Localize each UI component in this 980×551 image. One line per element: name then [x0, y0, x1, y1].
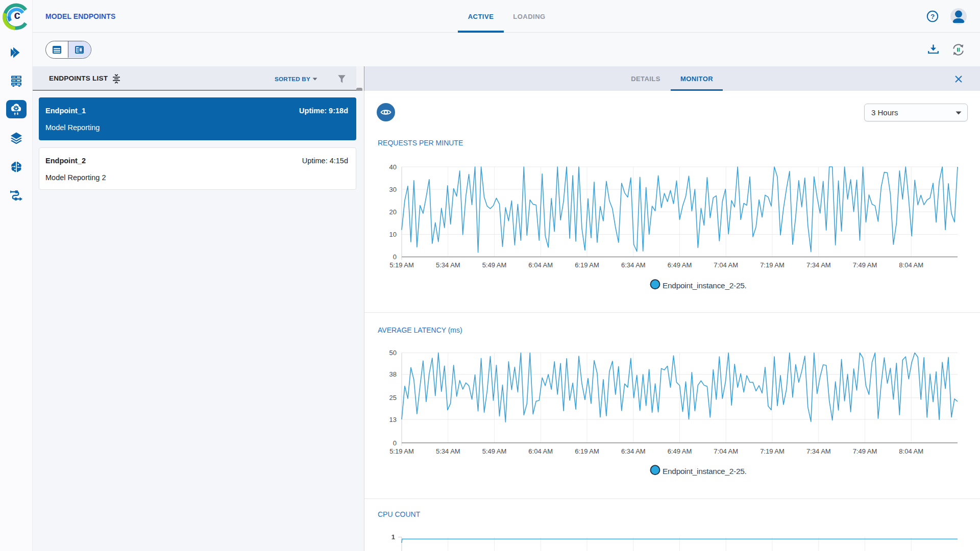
- svg-text:AVERAGE LATENCY (ms): AVERAGE LATENCY (ms): [378, 326, 462, 334]
- svg-text:Endpoint_instance_2-25.: Endpoint_instance_2-25.: [663, 467, 747, 475]
- svg-text:30: 30: [389, 186, 397, 193]
- svg-text:50: 50: [389, 349, 397, 357]
- svg-text:6:04 AM: 6:04 AM: [528, 261, 553, 269]
- svg-text:5:19 AM: 5:19 AM: [389, 261, 414, 269]
- svg-text:1: 1: [391, 533, 395, 541]
- svg-text:5:49 AM: 5:49 AM: [482, 261, 507, 269]
- svg-text:38: 38: [389, 370, 397, 378]
- svg-text:6:34 AM: 6:34 AM: [621, 447, 646, 455]
- svg-text:6:49 AM: 6:49 AM: [668, 447, 692, 455]
- svg-text:5:34 AM: 5:34 AM: [436, 261, 460, 269]
- svg-text:7:49 AM: 7:49 AM: [853, 447, 877, 455]
- svg-text:7:49 AM: 7:49 AM: [853, 261, 877, 269]
- svg-text:25: 25: [389, 394, 397, 402]
- svg-text:5:34 AM: 5:34 AM: [436, 447, 460, 455]
- svg-text:8:04 AM: 8:04 AM: [899, 447, 923, 455]
- svg-text:0: 0: [393, 439, 397, 447]
- svg-text:7:34 AM: 7:34 AM: [806, 447, 831, 455]
- svg-text:6:19 AM: 6:19 AM: [575, 261, 599, 269]
- svg-text:0: 0: [393, 253, 397, 261]
- svg-text:7:19 AM: 7:19 AM: [760, 261, 785, 269]
- svg-text:CPU COUNT: CPU COUNT: [378, 510, 421, 518]
- svg-text:10: 10: [389, 231, 397, 238]
- svg-text:c: c: [14, 9, 20, 21]
- svg-text:7:04 AM: 7:04 AM: [714, 261, 738, 269]
- svg-text:6:49 AM: 6:49 AM: [668, 261, 692, 269]
- svg-text:5:19 AM: 5:19 AM: [389, 447, 414, 455]
- svg-text:13: 13: [389, 416, 397, 423]
- svg-text:8:04 AM: 8:04 AM: [899, 261, 923, 269]
- svg-text:6:19 AM: 6:19 AM: [575, 447, 599, 455]
- svg-text:6:04 AM: 6:04 AM: [528, 447, 553, 455]
- svg-text:?: ?: [930, 13, 935, 20]
- svg-text:40: 40: [389, 163, 397, 171]
- svg-text:7:19 AM: 7:19 AM: [760, 447, 785, 455]
- svg-text:REQUESTS PER MINUTE: REQUESTS PER MINUTE: [378, 139, 463, 147]
- svg-text:7:34 AM: 7:34 AM: [806, 261, 831, 269]
- svg-text:Endpoint_instance_2-25.: Endpoint_instance_2-25.: [663, 281, 747, 290]
- svg-text:6:34 AM: 6:34 AM: [621, 261, 646, 269]
- svg-text:7:04 AM: 7:04 AM: [714, 447, 738, 455]
- svg-text:5:49 AM: 5:49 AM: [482, 447, 507, 455]
- svg-text:20: 20: [389, 208, 397, 216]
